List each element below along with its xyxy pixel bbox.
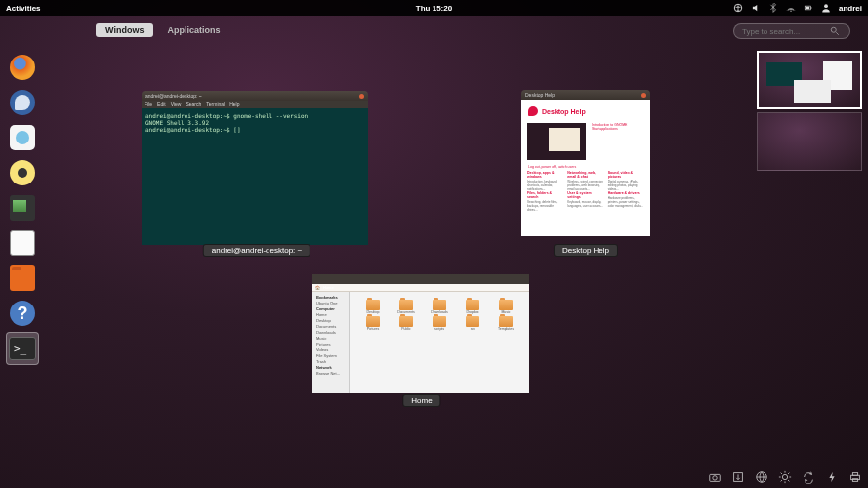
dash-thunderbird[interactable] xyxy=(6,86,39,119)
window-help[interactable]: Desktop Help Desktop Help Introduction t… xyxy=(521,90,650,236)
search-icon xyxy=(830,26,840,36)
help-col-b: Keyboard, mouse, display, languages, use… xyxy=(567,200,603,208)
activities-button[interactable]: Activities xyxy=(6,4,41,13)
folder-icon xyxy=(366,316,380,327)
menu-file: File xyxy=(145,102,152,107)
help-columns: Files, folders & searchSearching, delete… xyxy=(524,191,647,212)
path-segment: Home xyxy=(323,285,334,290)
files-body: Bookmarks Ubuntu One Computer Home Deskt… xyxy=(312,292,529,393)
help-col-h: Networking, web, email & chat xyxy=(567,171,603,179)
help-title: Desktop Help xyxy=(525,92,555,98)
search-box[interactable] xyxy=(733,23,850,39)
svg-point-12 xyxy=(782,474,787,479)
help-columns: Desktop, apps & windowsIntroduction, key… xyxy=(524,171,647,191)
terminal-line: GNOME Shell 3.3.92 xyxy=(145,119,364,126)
folder-item: src xyxy=(457,316,488,331)
dash: ? >_ xyxy=(0,51,43,365)
dash-empathy[interactable] xyxy=(6,121,39,154)
ws-thumb-files xyxy=(794,80,831,103)
folder-icon xyxy=(466,316,479,327)
folder-icon xyxy=(499,300,513,310)
workspace-2[interactable] xyxy=(757,112,862,171)
terminal-menubar: File Edit View Search Terminal Help xyxy=(142,101,368,108)
folder-item: Downloads xyxy=(424,300,455,314)
svg-point-2 xyxy=(790,11,791,12)
folder-item: Music xyxy=(490,300,521,314)
user-menu[interactable]: andrei xyxy=(839,4,862,13)
sidebar-item: Browse Net... xyxy=(314,370,347,376)
firefox-icon xyxy=(10,55,35,80)
tray-sync-icon[interactable] xyxy=(802,470,815,484)
folder-label: Public xyxy=(401,327,411,331)
folder-icon xyxy=(366,300,380,310)
files-pathbar: 🏠 Home xyxy=(312,284,529,292)
dash-media[interactable] xyxy=(6,156,39,189)
message-tray xyxy=(708,470,862,484)
dash-shotwell[interactable] xyxy=(6,191,39,224)
folder-icon xyxy=(433,316,446,327)
search-input[interactable] xyxy=(742,27,830,36)
tray-printer-icon[interactable] xyxy=(848,470,862,484)
folder-icon xyxy=(466,300,479,310)
tab-windows[interactable]: Windows xyxy=(96,23,153,37)
folder-item: Documents xyxy=(391,300,422,314)
help-col-b: Introduction, keyboard shortcuts, calend… xyxy=(527,180,563,191)
dash-firefox[interactable] xyxy=(6,51,39,84)
folder-label: Templates xyxy=(498,327,514,331)
thunderbird-icon xyxy=(10,90,35,115)
dash-office[interactable] xyxy=(6,226,39,260)
shotwell-icon xyxy=(10,195,35,221)
help-col-h: Hardware & drivers xyxy=(608,191,644,195)
volume-icon[interactable] xyxy=(751,3,761,13)
terminal-icon: >_ xyxy=(9,337,36,360)
folder-label: Pictures xyxy=(367,327,380,331)
window-label-help: Desktop Help xyxy=(554,244,618,257)
dash-help[interactable]: ? xyxy=(6,297,39,330)
help-col-h: User & system settings xyxy=(567,191,603,199)
help-heading: Desktop Help xyxy=(524,102,647,120)
clock[interactable]: Thu 15:20 xyxy=(416,4,452,13)
window-files[interactable]: 🏠 Home Bookmarks Ubuntu One Computer Hom… xyxy=(312,274,529,386)
folder-item: Dropbox xyxy=(457,300,488,314)
tray-camera-icon[interactable] xyxy=(708,470,722,484)
help-titlebar: Desktop Help xyxy=(521,90,650,100)
help-col-h: Desktop, apps & windows xyxy=(527,171,563,179)
window-label-files: Home xyxy=(402,394,440,407)
workspace-switcher xyxy=(757,51,862,171)
dash-files[interactable] xyxy=(6,262,39,295)
help-heading-text: Desktop Help xyxy=(542,108,586,115)
dash-terminal[interactable]: >_ xyxy=(6,332,39,365)
terminal-line: andrei@andrei-desktop:~$ gnome-shell --v… xyxy=(145,112,364,119)
empathy-icon xyxy=(10,125,35,150)
window-label-terminal: andrei@andrei-desktop: ~ xyxy=(203,244,310,257)
folder-item: Templates xyxy=(490,316,521,331)
folder-icon xyxy=(433,300,446,310)
folder-item: Pictures xyxy=(357,316,389,331)
folder-icon xyxy=(399,300,413,310)
svg-point-7 xyxy=(831,27,836,32)
battery-icon[interactable] xyxy=(804,3,813,13)
svg-rect-5 xyxy=(806,7,809,10)
folder-item: Desktop xyxy=(357,300,389,314)
network-icon[interactable] xyxy=(786,3,796,13)
tray-gear-icon[interactable] xyxy=(778,470,792,484)
terminal-line: andrei@andrei-desktop:~$ [] xyxy=(145,126,364,133)
workspace-1[interactable] xyxy=(757,51,862,109)
help-icon: ? xyxy=(10,301,35,326)
tray-power-icon[interactable] xyxy=(825,470,839,484)
folder-item: scripts xyxy=(424,316,455,331)
files-icon xyxy=(10,265,35,291)
terminal-titlebar: andrei@andrei-desktop: ~ xyxy=(142,91,368,101)
tray-network-icon[interactable] xyxy=(755,470,768,484)
help-col-h: Files, folders & search xyxy=(527,191,563,199)
menu-terminal: Terminal xyxy=(206,102,225,107)
home-icon: 🏠 xyxy=(315,285,320,290)
tray-update-icon[interactable] xyxy=(731,470,745,484)
menu-help: Help xyxy=(229,102,239,107)
window-terminal[interactable]: andrei@andrei-desktop: ~ File Edit View … xyxy=(142,91,368,237)
help-screenshot-thumb xyxy=(527,123,586,160)
accessibility-icon[interactable] xyxy=(733,3,743,13)
tab-applications[interactable]: Applications xyxy=(157,23,229,37)
top-panel: Activities Thu 15:20 andrei xyxy=(0,0,868,16)
bluetooth-icon[interactable] xyxy=(768,3,778,13)
